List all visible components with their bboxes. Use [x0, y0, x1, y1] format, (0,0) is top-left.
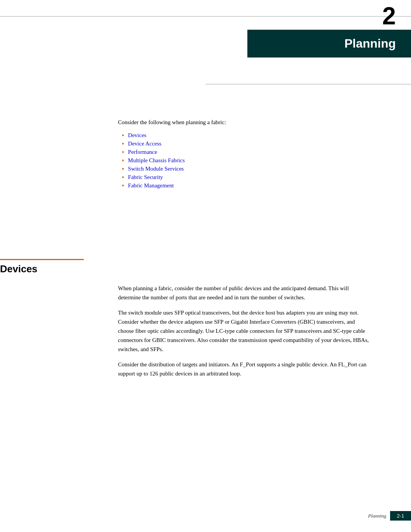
- list-item: • Devices: [122, 132, 369, 139]
- bullet-icon: •: [122, 182, 124, 189]
- list-item: • Multiple Chassis Fabrics: [122, 157, 369, 164]
- section-paragraph-3: Consider the distribution of targets and…: [118, 360, 369, 378]
- main-content: Consider the following when planning a f…: [118, 118, 369, 201]
- toc-link-multiple-chassis[interactable]: Multiple Chassis Fabrics: [128, 157, 185, 164]
- toc-link-device-access[interactable]: Device Access: [128, 141, 161, 147]
- toc-link-performance[interactable]: Performance: [128, 149, 157, 155]
- section-content: When planning a fabric, consider the num…: [118, 284, 369, 384]
- page-container: 2 Planning Consider the following when p…: [0, 0, 411, 532]
- section-paragraph-2: The switch module uses SFP optical trans…: [118, 308, 369, 354]
- footer: Planning 2-1: [0, 511, 411, 521]
- toc-link-fabric-security[interactable]: Fabric Security: [128, 174, 163, 181]
- list-item: • Fabric Security: [122, 174, 369, 181]
- bottom-header-line: [206, 84, 411, 85]
- list-item: • Fabric Management: [122, 182, 369, 189]
- top-line-left: [0, 16, 206, 17]
- bullet-icon: •: [122, 132, 124, 139]
- list-item: • Switch Module Services: [122, 166, 369, 173]
- chapter-header: 2 Planning: [247, 0, 411, 58]
- section-heading-line: [0, 259, 84, 260]
- list-item: • Device Access: [122, 141, 369, 147]
- intro-text: Consider the following when planning a f…: [118, 118, 369, 127]
- bullet-icon: •: [122, 174, 124, 181]
- list-item: • Performance: [122, 149, 369, 156]
- bullet-icon: •: [122, 157, 124, 164]
- bullet-icon: •: [122, 149, 124, 156]
- section-heading: Devices: [0, 263, 99, 275]
- section-heading-block: Devices: [0, 259, 99, 275]
- toc-link-switch-module[interactable]: Switch Module Services: [128, 166, 184, 172]
- toc-link-fabric-management[interactable]: Fabric Management: [128, 182, 174, 189]
- footer-label: Planning: [368, 513, 390, 519]
- section-paragraph-1: When planning a fabric, consider the num…: [118, 284, 369, 302]
- bullet-icon: •: [122, 141, 124, 147]
- toc-list: • Devices • Device Access • Performance …: [122, 132, 369, 189]
- chapter-title: Planning: [247, 30, 411, 58]
- bullet-icon: •: [122, 166, 124, 173]
- footer-page-number: 2-1: [390, 511, 411, 521]
- chapter-number: 2: [247, 0, 411, 28]
- toc-link-devices[interactable]: Devices: [128, 132, 146, 139]
